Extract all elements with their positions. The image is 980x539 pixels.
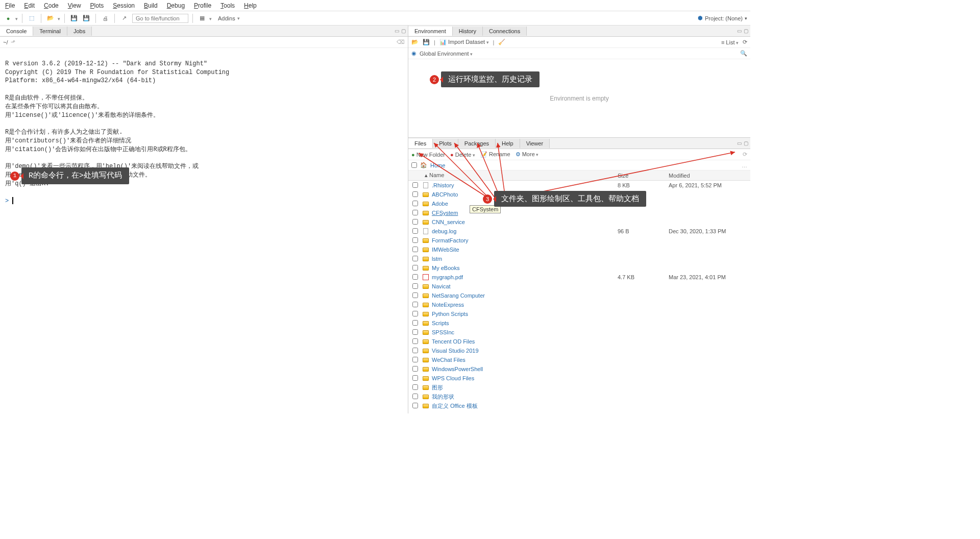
menu-profile[interactable]: Profile xyxy=(194,2,211,9)
menu-view[interactable]: View xyxy=(68,2,81,9)
new-folder-button[interactable]: ● New Folder xyxy=(411,152,445,158)
project-menu[interactable]: ⬢ Project: (None) ▾ xyxy=(698,15,747,21)
file-name[interactable]: 自定义 Office 模板 xyxy=(432,402,478,410)
file-checkbox[interactable] xyxy=(412,228,418,234)
file-row[interactable]: mygraph.pdf4.7 KBMar 23, 2021, 4:01 PM xyxy=(408,273,750,282)
file-name[interactable]: 我的形状 xyxy=(432,393,454,401)
env-search-icon[interactable]: 🔍 xyxy=(740,50,747,57)
file-checkbox[interactable] xyxy=(412,366,418,372)
file-row[interactable]: Scripts xyxy=(408,318,750,328)
file-checkbox[interactable] xyxy=(412,237,418,243)
console-output[interactable]: R version 3.6.2 (2019-12-12) -- "Dark an… xyxy=(0,48,408,413)
tab-console[interactable]: Console xyxy=(0,27,33,36)
files-maximize-icon[interactable]: ▢ xyxy=(744,140,748,146)
new-file-icon[interactable]: ● xyxy=(3,13,13,23)
file-checkbox[interactable] xyxy=(412,219,418,225)
file-row[interactable]: lstm xyxy=(408,254,750,263)
file-name[interactable]: Adobe xyxy=(432,201,448,207)
new-project-icon[interactable]: ⬚ xyxy=(27,13,37,23)
file-row[interactable]: My eBooks xyxy=(408,263,750,273)
col-name[interactable]: Name xyxy=(429,172,444,178)
file-row[interactable]: Visual Studio 2019 xyxy=(408,346,750,355)
file-row[interactable]: FormatFactory xyxy=(408,236,750,245)
save-workspace-icon[interactable]: 💾 xyxy=(423,39,430,45)
workspace-dropdown[interactable] xyxy=(209,15,212,22)
menu-file[interactable]: File xyxy=(5,2,15,9)
file-checkbox[interactable] xyxy=(412,182,418,188)
file-checkbox[interactable] xyxy=(412,302,418,307)
file-name[interactable]: ABCPhoto xyxy=(432,191,458,198)
file-name[interactable]: Tencent OD Files xyxy=(432,338,475,345)
file-row[interactable]: WindowsPowerShell xyxy=(408,364,750,374)
clear-env-icon[interactable]: 🧹 xyxy=(498,39,505,45)
file-checkbox[interactable] xyxy=(412,292,418,298)
refresh-env-icon[interactable]: ⟳ xyxy=(743,39,747,45)
tab-files[interactable]: Files xyxy=(408,139,433,148)
minimize-pane-icon[interactable]: ▭ xyxy=(395,28,399,34)
files-list[interactable]: .Rhistory8 KBApr 6, 2021, 5:52 PMABCPhot… xyxy=(408,181,750,413)
file-row[interactable]: IMWebSite xyxy=(408,245,750,254)
file-name[interactable]: CFSystem xyxy=(432,210,458,216)
file-row[interactable]: Tencent OD Files xyxy=(408,337,750,346)
file-row[interactable]: WPS Cloud Files xyxy=(408,374,750,383)
file-name[interactable]: NoteExpress xyxy=(432,302,464,308)
tab-environment[interactable]: Environment xyxy=(408,27,453,36)
import-dataset-dropdown[interactable]: 📊 Import Dataset xyxy=(439,39,489,45)
file-name[interactable]: Python Scripts xyxy=(432,311,468,317)
col-modified[interactable]: Modified xyxy=(669,173,750,179)
file-row[interactable]: Navicat xyxy=(408,282,750,291)
tab-history[interactable]: History xyxy=(453,27,483,36)
file-row[interactable]: CNN_service xyxy=(408,217,750,227)
path-more-icon[interactable]: … xyxy=(742,162,747,168)
file-name[interactable]: debug.log xyxy=(432,228,456,234)
env-minimize-icon[interactable]: ▭ xyxy=(737,28,742,34)
file-checkbox[interactable] xyxy=(412,357,418,362)
file-name[interactable]: FormatFactory xyxy=(432,237,469,243)
file-checkbox[interactable] xyxy=(412,191,418,197)
file-checkbox[interactable] xyxy=(412,274,418,280)
tab-terminal[interactable]: Terminal xyxy=(33,27,67,36)
menu-edit[interactable]: Edit xyxy=(24,2,35,9)
breadcrumb-home[interactable]: Home xyxy=(430,162,445,168)
file-name[interactable]: lstm xyxy=(432,256,442,262)
load-workspace-icon[interactable]: 📂 xyxy=(411,39,419,45)
tab-connections[interactable]: Connections xyxy=(483,27,527,36)
file-row[interactable]: debug.log96 BDec 30, 2020, 1:33 PM xyxy=(408,227,750,236)
print-icon[interactable]: 🖨 xyxy=(100,13,110,23)
file-name[interactable]: CNN_service xyxy=(432,219,465,225)
file-checkbox[interactable] xyxy=(412,384,418,390)
file-name[interactable]: My eBooks xyxy=(432,265,459,271)
file-checkbox[interactable] xyxy=(412,256,418,261)
file-row[interactable]: SPSSInc xyxy=(408,328,750,337)
files-minimize-icon[interactable]: ▭ xyxy=(737,140,742,146)
col-size[interactable]: Size xyxy=(618,173,669,179)
menu-tools[interactable]: Tools xyxy=(220,2,235,9)
file-name[interactable]: mygraph.pdf xyxy=(432,274,463,280)
file-checkbox[interactable] xyxy=(412,338,418,344)
more-button[interactable]: ⚙ More xyxy=(516,151,539,158)
file-row[interactable]: 自定义 Office 模板 xyxy=(408,401,750,410)
file-checkbox[interactable] xyxy=(412,403,418,408)
file-row[interactable]: NetSarang Computer xyxy=(408,291,750,300)
delete-button[interactable]: ● Delete xyxy=(450,152,475,158)
file-row[interactable]: WeChat Files xyxy=(408,355,750,364)
open-recent-dropdown[interactable] xyxy=(58,15,60,22)
file-checkbox[interactable] xyxy=(412,283,418,289)
file-name[interactable]: Visual Studio 2019 xyxy=(432,348,479,354)
file-checkbox[interactable] xyxy=(412,210,418,215)
file-checkbox[interactable] xyxy=(412,311,418,316)
menu-help[interactable]: Help xyxy=(244,2,257,9)
file-name[interactable]: .Rhistory xyxy=(432,182,454,188)
file-checkbox[interactable] xyxy=(412,320,418,326)
addins-dropdown[interactable]: Addins xyxy=(218,15,240,21)
menu-debug[interactable]: Debug xyxy=(167,2,185,9)
env-maximize-icon[interactable]: ▢ xyxy=(744,28,748,34)
file-name[interactable]: 图形 xyxy=(432,384,443,391)
select-all-checkbox[interactable] xyxy=(411,162,417,168)
file-checkbox[interactable] xyxy=(412,201,418,206)
file-checkbox[interactable] xyxy=(412,375,418,381)
open-file-icon[interactable]: 📂 xyxy=(45,13,56,23)
menu-build[interactable]: Build xyxy=(144,2,158,9)
file-checkbox[interactable] xyxy=(412,265,418,271)
home-icon[interactable]: 🏠 xyxy=(420,162,427,168)
